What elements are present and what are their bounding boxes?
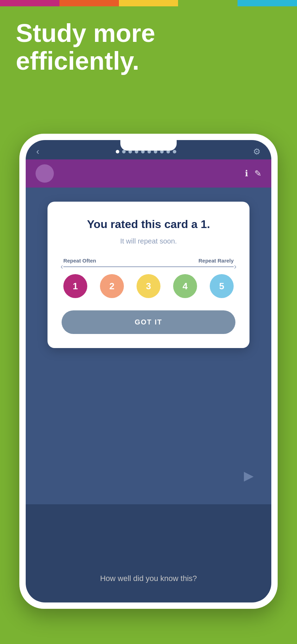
- rating-button-3[interactable]: 3: [137, 274, 160, 298]
- bar-orange: [59, 0, 119, 6]
- card-title: You rated this card a 1.: [62, 217, 235, 231]
- rating-button-2[interactable]: 2: [100, 274, 124, 298]
- label-repeat-often: Repeat Often: [63, 258, 96, 264]
- phone-notch: [120, 140, 177, 151]
- top-color-bar: [0, 0, 297, 6]
- arrow-left: [63, 266, 148, 267]
- hero-title: Study more efficiently.: [16, 19, 281, 75]
- rating-button-1[interactable]: 1: [63, 274, 87, 298]
- next-arrow-area: ▶: [244, 468, 254, 483]
- card-header: ℹ ✎: [26, 159, 271, 188]
- dot-1: [116, 150, 119, 153]
- phone-content-area: You rated this card a 1. It will repeat …: [26, 188, 271, 504]
- edit-icon[interactable]: ✎: [254, 169, 261, 178]
- phone-outer-shell: ‹ ⚙ ℹ: [19, 134, 278, 609]
- arrow-right: [148, 266, 234, 267]
- header-action-icons: ℹ ✎: [245, 169, 261, 178]
- rating-button-5[interactable]: 5: [210, 274, 234, 298]
- avatar: [36, 164, 54, 183]
- rating-button-4[interactable]: 4: [173, 274, 197, 298]
- got-it-button[interactable]: GOT IT: [62, 310, 235, 334]
- card-subtitle: It will repeat soon.: [62, 237, 235, 245]
- info-icon[interactable]: ℹ: [245, 169, 248, 178]
- bar-yellow: [119, 0, 178, 6]
- rating-card: You rated this card a 1. It will repeat …: [48, 202, 249, 348]
- bar-green: [178, 0, 238, 6]
- phone-inner-screen: ‹ ⚙ ℹ: [26, 140, 271, 602]
- rating-labels: Repeat Often Repeat Rarely: [62, 258, 235, 264]
- settings-icon[interactable]: ⚙: [253, 147, 261, 157]
- bar-blue: [238, 0, 297, 6]
- rating-circles: 1 2 3 4 5: [62, 274, 235, 298]
- bottom-hint-text: How well did you know this?: [26, 574, 271, 583]
- phone-mockup: ‹ ⚙ ℹ: [19, 134, 278, 609]
- label-repeat-rarely: Repeat Rarely: [198, 258, 234, 264]
- next-arrow-icon[interactable]: ▶: [244, 468, 254, 483]
- rating-arrow-row: [62, 266, 235, 267]
- dot-10: [173, 150, 176, 153]
- bar-magenta: [0, 0, 59, 6]
- back-button[interactable]: ‹: [36, 146, 39, 157]
